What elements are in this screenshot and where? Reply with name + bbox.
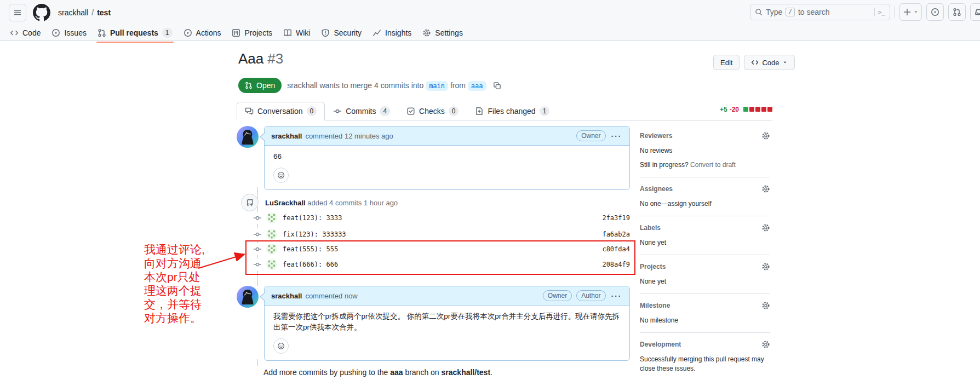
edit-button[interactable]: Edit [713, 55, 740, 70]
git-pull-request-icon [245, 82, 253, 89]
commit-sha-link[interactable]: 2fa3f19 [602, 214, 630, 222]
commit-sha-link[interactable]: 208a4f9 [602, 261, 630, 268]
tab-commits[interactable]: Commits 4 [325, 102, 398, 120]
gear-icon[interactable] [761, 340, 770, 349]
merge-author-link[interactable]: srackhall [287, 81, 317, 90]
head-branch-chip[interactable]: aaa [468, 81, 486, 91]
nav-tab-pull-requests[interactable]: Pull requests 1 [93, 26, 177, 40]
issue-opened-icon [931, 8, 939, 16]
code-icon [10, 28, 19, 37]
breadcrumb: srackhall / test [58, 8, 111, 17]
commit-sha-link[interactable]: fa6ab2a [602, 231, 630, 238]
gear-icon[interactable] [761, 301, 770, 310]
play-icon [184, 28, 192, 37]
tab-counter: 0 [449, 106, 459, 116]
avatar-image [237, 126, 259, 148]
nav-tab-settings[interactable]: Settings [418, 26, 467, 39]
tab-conversation[interactable]: Conversation 0 [237, 102, 325, 120]
nav-tab-projects[interactable]: Projects [227, 26, 277, 39]
gear-icon[interactable] [761, 185, 770, 193]
commit-message-link[interactable]: fix(123): 333333 [283, 231, 346, 238]
add-reaction-button[interactable] [273, 168, 289, 183]
nav-tab-security[interactable]: Security [317, 26, 366, 39]
git-commit-icon [253, 258, 262, 270]
graph-icon [372, 28, 381, 37]
breadcrumb-repo-link[interactable]: test [97, 8, 111, 17]
nav-tab-actions[interactable]: Actions [179, 26, 226, 39]
comment-body: 66 [265, 146, 629, 163]
breadcrumb-owner-link[interactable]: srackhall [58, 8, 88, 17]
hamburger-icon [13, 8, 22, 17]
plus-icon [903, 8, 912, 16]
nav-tab-wiki[interactable]: Wiki [279, 26, 314, 39]
inbox-button[interactable] [970, 3, 980, 21]
smiley-icon [277, 171, 285, 180]
global-topbar: srackhall / test Type/to search >_ [0, 0, 980, 25]
comment-header: srackhall commented now Owner Author ··· [265, 286, 629, 306]
search-placeholder: Type [766, 8, 782, 16]
command-palette-icon[interactable]: >_ [878, 9, 885, 16]
push-hint: Add more commits by pushing to the aaa b… [263, 368, 492, 377]
milestone-empty: No milestone [640, 316, 770, 325]
topbar-divider [895, 7, 895, 18]
comment-meta: commented 12 minutes ago [305, 132, 393, 140]
nav-tab-issues[interactable]: Issues [47, 26, 90, 39]
pr-tabs: Conversation 0 Commits 4 Checks 0 Files … [237, 102, 772, 120]
avatar[interactable] [237, 126, 259, 148]
breadcrumb-separator: / [91, 8, 94, 17]
pull-requests-dashboard-button[interactable] [948, 3, 966, 21]
gear-icon[interactable] [761, 131, 770, 140]
github-logo[interactable] [33, 4, 50, 21]
add-reaction-button[interactable] [273, 338, 289, 354]
gear-icon[interactable] [761, 262, 770, 271]
issue-opened-icon [51, 28, 60, 37]
owner-badge: Owner [543, 290, 572, 301]
topbar-actions: Type/to search >_ [750, 3, 980, 21]
commit-author-avatar [266, 229, 277, 240]
hamburger-menu-button[interactable] [9, 4, 26, 21]
tab-checks[interactable]: Checks 0 [398, 102, 467, 120]
git-pull-request-icon [98, 28, 106, 37]
git-commit-icon [333, 107, 342, 116]
tab-files-changed[interactable]: Files changed 1 [467, 102, 558, 120]
comment-author-link[interactable]: srackhall [271, 132, 302, 140]
create-new-button[interactable] [899, 3, 922, 21]
development-description: Successfully merging this pull request m… [640, 355, 770, 373]
diffstat-additions: +5 [720, 106, 727, 113]
commit-message-link[interactable]: feat(555): 555 [283, 245, 338, 253]
sidebar-section-reviewers: Reviewers No reviews Still in progress? … [640, 131, 770, 177]
nav-tab-code[interactable]: Code [5, 26, 45, 39]
push-hint-repo: srackhall/test [442, 368, 491, 377]
kebab-menu-button[interactable]: ··· [610, 291, 623, 301]
assign-yourself-link[interactable]: assign yourself [668, 200, 712, 208]
comment-box: srackhall commented 12 minutes ago Owner… [264, 126, 630, 190]
commit-sha-link[interactable]: c80fda4 [602, 245, 630, 253]
comment-author-link[interactable]: srackhall [271, 292, 302, 300]
git-commit-icon [253, 212, 262, 224]
copy-icon [493, 82, 501, 90]
author-badge: Author [576, 290, 605, 301]
diffstat[interactable]: +5 -20 [720, 106, 772, 113]
shield-icon [321, 28, 330, 37]
base-branch-chip[interactable]: main [426, 81, 448, 91]
commit-row: feat(666): 666 208a4f9 [237, 257, 630, 272]
push-hint-branch: aaa [390, 368, 403, 377]
kebab-menu-button[interactable]: ··· [610, 131, 623, 141]
file-diff-icon [475, 107, 484, 116]
section-title: Milestone [640, 302, 670, 309]
copy-branch-button[interactable] [493, 82, 501, 90]
convert-to-draft-link[interactable]: Convert to draft [690, 161, 736, 169]
global-search-input[interactable]: Type/to search >_ [750, 4, 890, 20]
gear-icon [422, 28, 431, 37]
commit-author-avatar [266, 244, 277, 255]
comment: srackhall commented now Owner Author ···… [237, 286, 630, 361]
gear-icon[interactable] [761, 223, 770, 232]
commit-message-link[interactable]: feat(666): 666 [283, 261, 338, 268]
nav-tab-insights[interactable]: Insights [368, 26, 416, 39]
commit-message-link[interactable]: feat(123): 3333 [283, 214, 342, 222]
tab-counter: 4 [380, 106, 390, 116]
app-header: srackhall / test Type/to search >_ [0, 0, 980, 41]
issues-dashboard-button[interactable] [926, 3, 944, 21]
code-button[interactable]: Code [744, 55, 795, 70]
avatar[interactable] [237, 286, 259, 308]
